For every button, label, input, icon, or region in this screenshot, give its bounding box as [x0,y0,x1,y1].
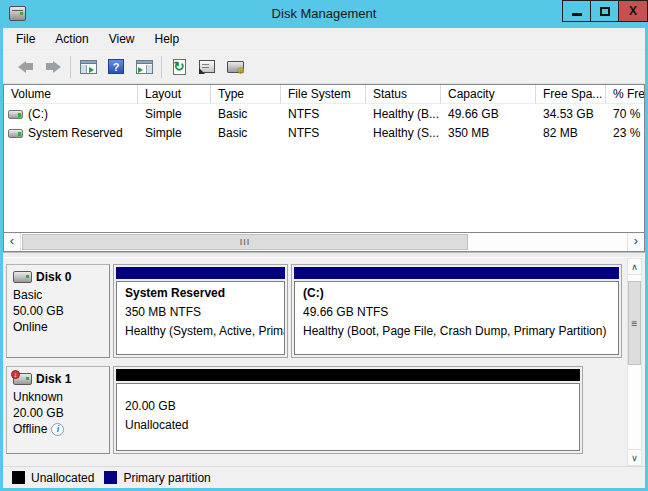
disk1-name: Disk 1 [36,372,71,386]
menu-file[interactable]: File [16,30,45,48]
maximize-icon [600,7,610,16]
offline-badge-icon: ↓ [11,370,20,379]
disk-management-window: Disk Management X File Action View Help … [0,0,648,491]
partition-system-reserved[interactable]: System Reserved 350 MB NTFS Healthy (Sys… [113,264,288,358]
column-volume[interactable]: Volume [4,85,138,104]
column-capacity[interactable]: Capacity [441,85,536,104]
column-type[interactable]: Type [211,85,281,104]
column-layout[interactable]: Layout [138,85,211,104]
partition-health: Healthy (Boot, Page File, Crash Dump, Pr… [303,322,610,341]
refresh-button[interactable]: ↻ [165,54,193,80]
vertical-scroll-thumb[interactable]: ≡ [628,281,641,365]
legend-primary-partition: Primary partition [104,471,210,485]
toolbar: ? ↻ ⚙ [3,50,645,84]
info-icon[interactable]: i [51,423,64,436]
column-status[interactable]: Status [366,85,441,104]
show-action-pane-button[interactable] [130,54,158,80]
partition-c[interactable]: (C:) 49.66 GB NTFS Healthy (Boot, Page F… [291,264,622,358]
console-tree-icon [80,60,97,74]
disk-offline-icon: ↓ [13,373,32,385]
disk-management-button[interactable]: ⚙ [221,54,249,80]
partition-color-bar [116,267,285,279]
partition-color-bar [116,369,580,381]
minimize-button[interactable] [562,0,591,22]
disk0-size: 50.00 GB [13,303,103,319]
disk1-label[interactable]: ↓ Disk 1 Unknown 20.00 GB Offline i [6,366,110,454]
menu-help[interactable]: Help [145,30,190,48]
scroll-left-button[interactable]: ‹ [4,233,21,251]
disk1-size: 20.00 GB [13,405,103,421]
legend-unallocated: Unallocated [12,471,94,485]
unallocated-size: 20.00 GB [125,397,571,416]
column-percent-free[interactable]: % Fre [606,85,644,104]
column-free-space[interactable]: Free Spa... [536,85,606,104]
disk1-status: Offline [13,421,47,437]
back-button[interactable] [11,54,39,80]
partition-size: 49.66 GB NTFS [303,303,610,322]
disk0-name: Disk 0 [36,270,71,284]
partition-title: (C:) [303,284,610,303]
menu-action[interactable]: Action [45,30,98,48]
legend-bar: Unallocated Primary partition [3,466,645,488]
horizontal-scroll-thumb[interactable]: III [22,234,468,250]
close-icon: X [629,4,637,18]
caption-buttons: X [563,0,648,22]
volume-list-header: Volume Layout Type File System Status Ca… [4,85,644,104]
volume-icon [8,110,23,119]
volume-row-system-reserved[interactable]: System Reserved Simple Basic NTFS Health… [4,124,644,142]
volume-list: Volume Layout Type File System Status Ca… [3,84,645,233]
refresh-icon: ↻ [173,59,186,75]
partition-size: 350 MB NTFS [125,303,276,322]
disk1-type: Unknown [13,389,103,405]
unallocated-swatch [12,471,25,484]
menu-view[interactable]: View [99,30,145,48]
scroll-down-button[interactable]: ∨ [628,449,641,465]
window-title: Disk Management [0,6,648,21]
horizontal-scrollbar[interactable]: ‹ III › [3,233,645,252]
help-button[interactable]: ? [102,54,130,80]
disk0-partitions: System Reserved 350 MB NTFS Healthy (Sys… [113,264,622,358]
primary-partition-swatch [104,471,117,484]
disk-icon [13,271,32,283]
action-pane-icon [136,60,153,74]
disk-gear-icon: ⚙ [227,61,244,73]
column-file-system[interactable]: File System [281,85,366,104]
minimize-icon [572,13,582,16]
disk-graphic-pane: Disk 0 Basic 50.00 GB Online System Rese… [3,258,645,466]
title-bar[interactable]: Disk Management X [0,0,648,28]
maximize-button[interactable] [590,0,619,22]
back-arrow-icon [18,61,33,73]
forward-arrow-icon [46,61,61,73]
close-button[interactable]: X [618,0,648,22]
show-console-tree-button[interactable] [74,54,102,80]
scroll-up-button[interactable]: ∧ [628,259,641,275]
partition-color-bar [294,267,619,279]
toolbar-separator [70,56,71,78]
scroll-right-button[interactable]: › [627,233,644,251]
volume-icon [8,129,23,138]
menu-bar: File Action View Help [3,28,645,50]
toolbar-separator [161,56,162,78]
partition-health: Healthy (System, Active, Prima [125,322,276,341]
properties-icon [199,60,215,73]
vertical-scrollbar[interactable]: ∧ ≡ ∨ [627,258,642,466]
properties-button[interactable] [193,54,221,80]
forward-button[interactable] [39,54,67,80]
partition-title: System Reserved [125,284,276,303]
unallocated-label: Unallocated [125,416,571,435]
disk1-partitions: 20.00 GB Unallocated [113,366,583,454]
volume-row-c[interactable]: (C:) Simple Basic NTFS Healthy (B... 49.… [4,105,644,123]
disk0-label[interactable]: Disk 0 Basic 50.00 GB Online [6,264,110,358]
disk0-status: Online [13,319,103,335]
disk0-type: Basic [13,287,103,303]
help-icon: ? [108,59,124,74]
unallocated-region[interactable]: 20.00 GB Unallocated [113,366,583,454]
